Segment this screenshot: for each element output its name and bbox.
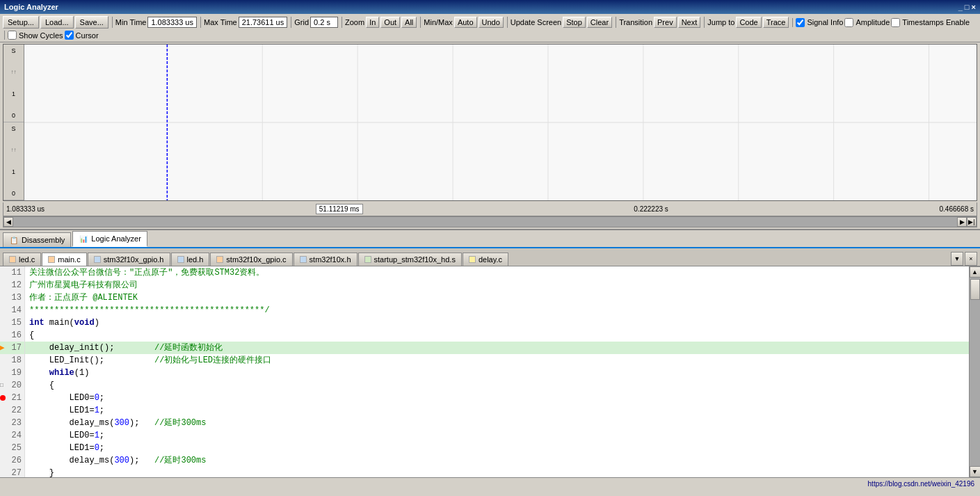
scroll-up-arrow[interactable]: ▲ <box>970 266 981 278</box>
code-content[interactable]: 关注微信公众平台微信号："正点原子"，免费获取STM32资料。 广州市星翼电子科… <box>25 266 969 477</box>
horizontal-scrollbar: ◀ ▶ ▶| <box>3 216 977 227</box>
vscroll-track[interactable] <box>970 278 980 466</box>
file-tab-stm32f10x-gpio-h-label: stm32f10x_gpio.h <box>104 255 164 264</box>
code-line-16: { <box>25 329 969 342</box>
file-tab-main-c[interactable]: main.c <box>42 253 86 266</box>
scroll-down-arrow[interactable]: ▼ <box>970 466 981 477</box>
tab-disassembly-label: Disassembly <box>22 236 65 244</box>
code-button[interactable]: Code <box>736 17 761 28</box>
led-c-icon <box>9 256 16 263</box>
show-cycles-label: Show Cycles <box>19 31 63 40</box>
save-button[interactable]: Save... <box>75 16 109 29</box>
code-line-23: delay_ms(300); //延时300ms <box>25 417 969 429</box>
code-line-11: 关注微信公众平台微信号："正点原子"，免费获取STM32资料。 <box>25 266 969 279</box>
channel-1-label: S ↑↑ 1 0 <box>3 45 24 122</box>
grid-value: 0.2 s <box>310 17 338 28</box>
setup-button[interactable]: Setup... <box>3 16 39 29</box>
vscroll-thumb[interactable] <box>970 279 980 300</box>
toolbar-zoom-group: Zoom In Out All <box>342 17 417 28</box>
auto-button[interactable]: Auto <box>454 17 477 28</box>
amplitude-label: Amplitude <box>856 18 890 26</box>
line-num-22: 22 <box>0 404 24 417</box>
amplitude-checkbox-group: Amplitude <box>844 18 890 27</box>
show-cycles-checkbox[interactable] <box>8 31 17 40</box>
next-button[interactable]: Next <box>678 17 701 28</box>
signal-info-checkbox-group: Signal Info <box>796 18 843 27</box>
channel-2-label: S ↑↑ 1 0 <box>3 122 24 200</box>
scroll-left-arrow[interactable]: ◀ <box>3 217 13 227</box>
code-line-21: LED0=0; <box>25 392 969 404</box>
prev-button[interactable]: Prev <box>654 17 677 28</box>
vertical-scrollbar: ▲ ▼ <box>969 266 980 477</box>
signal-info-label: Signal Info <box>807 18 843 26</box>
tab-close-button[interactable]: × <box>965 252 977 266</box>
update-screen-label: Update Screen <box>511 18 561 26</box>
code-area: 11 12 13 14 15 16 ▶ 17 18 19 □ 20 21 22 … <box>0 266 980 477</box>
load-button[interactable]: Load... <box>40 16 74 29</box>
code-line-24: LED0=1; <box>25 429 969 442</box>
file-tab-stm32f10x-gpio-c[interactable]: stm32f10x_gpio.c <box>210 253 292 266</box>
toolbar-minmax-group: Min/Max Auto Undo <box>420 17 504 28</box>
file-tab-led-c[interactable]: led.c <box>3 253 41 266</box>
line-num-20: □ 20 <box>0 379 24 392</box>
zoom-in-button[interactable]: In <box>366 17 379 28</box>
file-tab-startup-s[interactable]: startup_stm32f10x_hd.s <box>358 253 462 266</box>
zoom-all-button[interactable]: All <box>401 17 417 28</box>
line-num-14: 14 <box>0 304 24 317</box>
zoom-out-button[interactable]: Out <box>380 17 400 28</box>
amplitude-checkbox[interactable] <box>844 18 853 27</box>
maximize-button[interactable]: □ <box>965 3 970 11</box>
line-num-16: 16 <box>0 329 24 342</box>
stm32-gpio-h-icon <box>94 256 101 263</box>
app-title: Logic Analyzer <box>4 3 58 11</box>
file-tab-startup-s-label: startup_stm32f10x_hd.s <box>374 255 456 264</box>
clear-button[interactable]: Clear <box>587 17 612 28</box>
trace-button[interactable]: Trace <box>763 17 789 28</box>
file-tab-main-c-label: main.c <box>58 255 80 264</box>
file-tab-stm32f10x-h[interactable]: stm32f10x.h <box>294 253 358 266</box>
undo-button[interactable]: Undo <box>479 17 504 28</box>
line-num-25: 25 <box>0 442 24 454</box>
code-line-15: int main(void) <box>25 317 969 329</box>
cursor-checkbox[interactable] <box>65 31 74 40</box>
tab-dropdown-button[interactable]: ▼ <box>951 252 963 266</box>
file-tab-delay-c[interactable]: delay.c <box>463 253 508 266</box>
min-time-label: Min Time <box>115 18 147 26</box>
zoom-label: Zoom <box>345 18 364 26</box>
code-line-14: ****************************************… <box>25 304 969 317</box>
max-time-label: Max Time <box>204 18 237 26</box>
minimize-button[interactable]: _ <box>958 3 963 11</box>
file-tab-led-h-label: led.h <box>187 255 204 264</box>
fold-icon-20: □ <box>0 379 3 392</box>
cursor-checkbox-group: Cursor <box>65 31 99 40</box>
toolbar: Setup... Load... Save... Min Time 1.0833… <box>0 14 980 42</box>
panel-tabs: 📋 Disassembly 📊 Logic Analyzer <box>0 230 980 248</box>
tab-disassembly[interactable]: 📋 Disassembly <box>3 232 71 247</box>
waveform-canvas <box>24 45 977 200</box>
file-tab-led-h[interactable]: led.h <box>171 253 210 266</box>
close-button[interactable]: × <box>972 3 976 11</box>
show-cycles-checkbox-group: Show Cycles <box>8 31 63 40</box>
timeline-cursor: 51.11219 ms <box>316 204 363 214</box>
scroll-track[interactable] <box>13 217 957 227</box>
timestamps-checkbox[interactable] <box>891 18 900 27</box>
timestamps-checkbox-group: Timestamps Enable <box>891 18 970 27</box>
scroll-right-arrow[interactable]: ▶ <box>957 217 967 227</box>
file-tab-stm32f10x-gpio-h[interactable]: stm32f10x_gpio.h <box>88 253 170 266</box>
cursor-label: Cursor <box>76 31 99 40</box>
code-line-26: delay_ms(300); //延时300ms <box>25 454 969 467</box>
code-line-22: LED1=1; <box>25 404 969 417</box>
code-line-13: 作者：正点原子 @ALIENTEK <box>25 291 969 304</box>
title-bar: Logic Analyzer _ □ × <box>0 0 980 14</box>
signal-labels: S ↑↑ 1 0 S ↑↑ 1 0 <box>3 45 24 200</box>
file-tab-delay-c-label: delay.c <box>479 255 502 264</box>
line-num-18: 18 <box>0 354 24 367</box>
stop-button[interactable]: Stop <box>563 17 586 28</box>
file-tabs: led.c main.c stm32f10x_gpio.h led.h stm3… <box>0 248 980 266</box>
delay-c-icon <box>469 256 476 263</box>
tab-logic-analyzer[interactable]: 📊 Logic Analyzer <box>72 231 147 247</box>
led-h-icon <box>177 256 184 263</box>
signal-info-checkbox[interactable] <box>796 18 805 27</box>
line-numbers: 11 12 13 14 15 16 ▶ 17 18 19 □ 20 21 22 … <box>0 266 25 477</box>
scroll-end-arrow[interactable]: ▶| <box>967 217 977 227</box>
